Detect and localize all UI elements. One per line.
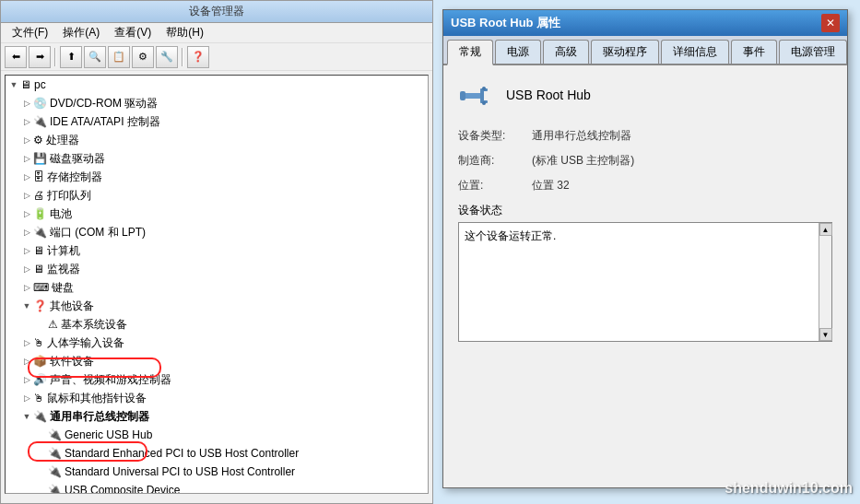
scroll-up-btn[interactable]: ▲ xyxy=(819,223,832,236)
tree-node-sound[interactable]: ▷ 🔊 声音、视频和游戏控制器 xyxy=(6,370,428,389)
toolbar: ⬅ ➡ ⬆ 🔍 📋 ⚙ 🔧 ❓ xyxy=(1,43,432,71)
property-row-type: 设备类型: 通用串行总线控制器 xyxy=(458,128,832,144)
tree-node-keyboard[interactable]: ▷ ⌨ 键盘 xyxy=(6,278,428,297)
expand-icon-pc: ▼ xyxy=(7,78,20,91)
device-manager-title: 设备管理器 xyxy=(1,1,432,23)
usb-properties-dialog: USB Root Hub 属性 ✕ 常规 电源 高级 驱动程序 详细信息 事件 … xyxy=(442,9,848,488)
toolbar-btn-3[interactable]: ⬆ xyxy=(60,46,82,68)
expand-icon-dvd: ▷ xyxy=(20,97,33,110)
prop-label-loc: 位置: xyxy=(458,178,532,193)
tree-node-ide[interactable]: ▷ 🔌 IDE ATA/ATAPI 控制器 xyxy=(6,112,428,131)
prop-label-mfr: 制造商: xyxy=(458,153,532,169)
prop-label-type: 设备类型: xyxy=(458,128,532,144)
tree-node-generic-hub[interactable]: 🔌 Generic USB Hub xyxy=(6,426,428,444)
toolbar-btn-1[interactable]: ⬅ xyxy=(5,46,27,68)
toolbar-btn-7[interactable]: 🔧 xyxy=(156,46,178,68)
tree-node-battery[interactable]: ▷ 🔋 电池 xyxy=(6,205,428,223)
tree-node-pc[interactable]: ▼ 🖥 pc xyxy=(6,76,428,94)
expand-icon-generic-hub xyxy=(35,428,48,441)
toolbar-btn-4[interactable]: 🔍 xyxy=(84,46,106,68)
expand-icon-keyboard: ▷ xyxy=(20,281,33,294)
toolbar-separator-2 xyxy=(182,48,183,66)
tree-node-hid[interactable]: ▷ 🖱 人体学输入设备 xyxy=(6,334,428,352)
tree-node-cpu[interactable]: ▷ ⚙ 处理器 xyxy=(6,131,428,149)
expand-icon-ide: ▷ xyxy=(20,115,33,128)
menu-help[interactable]: 帮助(H) xyxy=(159,23,211,42)
scroll-down-btn[interactable]: ▼ xyxy=(819,328,832,341)
tree-node-mouse[interactable]: ▷ 🖱 鼠标和其他指针设备 xyxy=(6,389,428,407)
expand-icon-sound: ▷ xyxy=(20,373,33,386)
prop-value-mfr: (标准 USB 主控制器) xyxy=(532,153,634,169)
expand-icon-std-uhci xyxy=(35,465,48,478)
expand-icon-mouse: ▷ xyxy=(20,392,33,404)
expand-icon-sys xyxy=(35,318,48,331)
svg-rect-0 xyxy=(463,93,483,99)
dialog-title: USB Root Hub 属性 xyxy=(451,15,560,31)
tree-node-dvd[interactable]: ▷ 💿 DVD/CD-ROM 驱动器 xyxy=(6,94,428,112)
tree-node-usb-composite[interactable]: 🔌 USB Composite Device xyxy=(6,481,428,494)
status-box: 这个设备运转正常. ▲ ▼ xyxy=(458,222,832,342)
expand-icon-other: ▼ xyxy=(20,299,33,312)
tab-details[interactable]: 详细信息 xyxy=(661,40,729,64)
expand-icon-storage: ▷ xyxy=(20,170,33,183)
tab-power[interactable]: 电源 xyxy=(495,40,541,64)
expand-icon-computer: ▷ xyxy=(20,244,33,257)
toolbar-btn-5[interactable]: 📋 xyxy=(108,46,130,68)
status-text: 这个设备运转正常. xyxy=(465,229,556,242)
toolbar-btn-2[interactable]: ➡ xyxy=(29,46,51,68)
toolbar-btn-8[interactable]: ❓ xyxy=(187,46,209,68)
svg-rect-2 xyxy=(480,90,484,101)
tree-node-monitor[interactable]: ▷ 🖥 监视器 xyxy=(6,260,428,278)
tree-node-other[interactable]: ▼ ❓ 其他设备 xyxy=(6,297,428,315)
tab-events[interactable]: 事件 xyxy=(731,40,777,64)
device-manager-window: 设备管理器 文件(F) 操作(A) 查看(V) 帮助(H) ⬅ ➡ ⬆ 🔍 📋 … xyxy=(0,0,433,504)
tree-node-std-ehci[interactable]: 🔌 Standard Enhanced PCI to USB Host Cont… xyxy=(6,444,428,463)
expand-icon-hid: ▷ xyxy=(20,336,33,349)
tree-node-print[interactable]: ▷ 🖨 打印队列 xyxy=(6,186,428,205)
prop-value-type: 通用串行总线控制器 xyxy=(532,128,631,144)
menu-view[interactable]: 查看(V) xyxy=(107,23,159,42)
tree-node-storage[interactable]: ▷ 🗄 存储控制器 xyxy=(6,168,428,186)
tab-general[interactable]: 常规 xyxy=(447,40,493,65)
expand-icon-usb-composite xyxy=(35,484,48,494)
svg-point-5 xyxy=(482,87,486,90)
device-header: USB Root Hub xyxy=(458,76,832,113)
tree-node-usb-ctrl[interactable]: ▼ 🔌 通用串行总线控制器 xyxy=(6,407,428,426)
prop-value-loc: 位置 32 xyxy=(532,178,570,193)
tree-node-computer[interactable]: ▷ 🖥 计算机 xyxy=(6,241,428,260)
status-scrollbar[interactable]: ▲ ▼ xyxy=(819,223,831,341)
device-tree[interactable]: ▼ 🖥 pc ▷ 💿 DVD/CD-ROM 驱动器 ▷ 🔌 IDE ATA/AT… xyxy=(5,75,429,494)
tab-advanced[interactable]: 高级 xyxy=(543,40,589,64)
usb-device-icon xyxy=(458,76,495,113)
dialog-content: USB Root Hub 设备类型: 通用串行总线控制器 制造商: (标准 US… xyxy=(443,65,847,353)
menu-action[interactable]: 操作(A) xyxy=(55,23,107,42)
tab-power-mgmt[interactable]: 电源管理 xyxy=(779,40,847,64)
toolbar-btn-6[interactable]: ⚙ xyxy=(132,46,154,68)
svg-rect-1 xyxy=(460,91,465,100)
device-name: USB Root Hub xyxy=(506,88,591,102)
expand-icon-port: ▷ xyxy=(20,226,33,239)
tree-node-sys[interactable]: ⚠ 基本系统设备 xyxy=(6,315,428,334)
toolbar-separator xyxy=(54,48,56,66)
tree-node-std-uhci[interactable]: 🔌 Standard Universal PCI to USB Host Con… xyxy=(6,463,428,481)
property-row-mfr: 制造商: (标准 USB 主控制器) xyxy=(458,153,832,169)
expand-icon-cpu: ▷ xyxy=(20,134,33,147)
expand-icon-print: ▷ xyxy=(20,189,33,202)
expand-icon-monitor: ▷ xyxy=(20,263,33,275)
dialog-tabs: 常规 电源 高级 驱动程序 详细信息 事件 电源管理 xyxy=(443,36,847,65)
expand-icon-battery: ▷ xyxy=(20,207,33,220)
tree-node-software[interactable]: ▷ 📦 软件设备 xyxy=(6,352,428,370)
expand-icon-usb-ctrl: ▼ xyxy=(20,410,33,423)
dialog-title-bar: USB Root Hub 属性 ✕ xyxy=(443,10,847,36)
status-section-label: 设备状态 xyxy=(458,203,832,218)
expand-icon-software: ▷ xyxy=(20,355,33,368)
tree-node-port[interactable]: ▷ 🔌 端口 (COM 和 LPT) xyxy=(6,223,428,241)
property-row-loc: 位置: 位置 32 xyxy=(458,178,832,193)
menu-file[interactable]: 文件(F) xyxy=(5,23,55,42)
tab-driver[interactable]: 驱动程序 xyxy=(591,40,659,64)
expand-icon-std-ehci xyxy=(35,447,48,460)
svg-point-6 xyxy=(482,101,486,105)
tree-node-disk[interactable]: ▷ 💾 磁盘驱动器 xyxy=(6,149,428,168)
status-section: 设备状态 这个设备运转正常. ▲ ▼ xyxy=(458,203,832,342)
dialog-close-button[interactable]: ✕ xyxy=(821,14,840,32)
